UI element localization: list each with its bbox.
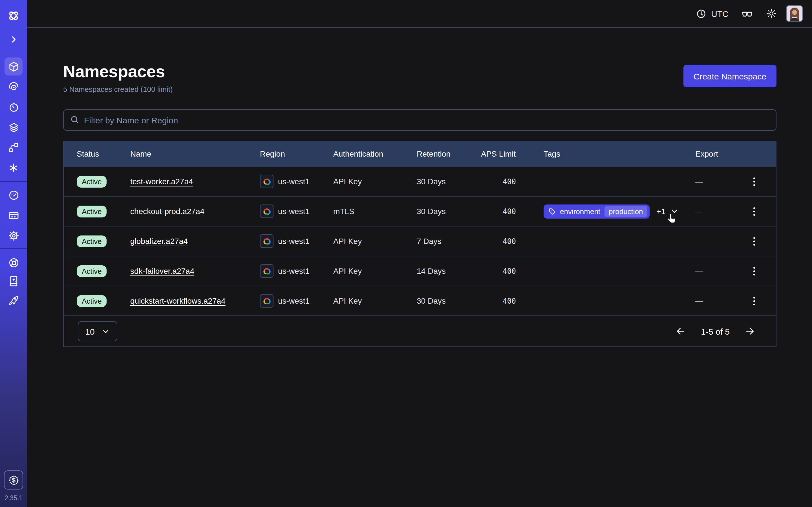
sidebar-item-support[interactable] — [4, 253, 22, 272]
app-root: 2.35.1 UTC — [0, 0, 812, 507]
retention-cell: 30 Days — [417, 296, 481, 305]
sidebar-item-namespaces[interactable] — [4, 57, 22, 75]
sidebar-expand-icon[interactable] — [4, 34, 22, 45]
prev-page-button[interactable] — [674, 325, 688, 338]
sidebar-item-docs[interactable] — [4, 272, 22, 290]
main-content: Namespaces 5 Namespaces created (100 lim… — [27, 27, 812, 507]
table-pagination: 10 1-5 of 5 — [64, 316, 776, 346]
auth-cell: mTLS — [333, 207, 417, 216]
tags-cell: environment production +1 — [516, 204, 663, 218]
retention-cell: 7 Days — [417, 237, 481, 245]
search-icon — [70, 115, 80, 124]
theme-sun-icon[interactable] — [766, 8, 777, 19]
export-cell: — — [663, 267, 732, 276]
export-cell: — — [663, 177, 732, 186]
chevron-down-icon — [101, 327, 110, 335]
gcp-cloud-icon — [260, 234, 273, 248]
tag-value: production — [604, 206, 647, 217]
region-label: us-west1 — [278, 177, 310, 186]
status-badge: Active — [77, 205, 107, 217]
sidebar-item-settings[interactable] — [4, 226, 22, 244]
pagination-range: 1-5 of 5 — [701, 327, 730, 336]
filter-input[interactable] — [63, 109, 776, 131]
sidebar-item-layers[interactable] — [4, 118, 22, 136]
row-menu-button[interactable] — [750, 263, 758, 279]
page-size-value: 10 — [85, 327, 94, 336]
status-badge: Active — [77, 235, 107, 247]
page-subtitle: 5 Namespaces created (100 limit) — [63, 85, 173, 94]
clock-icon — [696, 8, 707, 19]
sidebar-item-usage[interactable] — [4, 186, 22, 204]
timezone-selector[interactable]: UTC — [696, 8, 728, 19]
namespace-link[interactable]: globalizer.a27a4 — [130, 237, 188, 245]
page-title: Namespaces — [63, 62, 173, 81]
sidebar-item-radar[interactable] — [4, 78, 22, 96]
user-avatar[interactable] — [786, 5, 803, 22]
status-badge: Active — [77, 265, 107, 277]
status-badge: Active — [77, 295, 107, 307]
temporal-logo-icon[interactable] — [4, 7, 22, 25]
status-badge: Active — [77, 175, 107, 187]
row-menu-button[interactable] — [750, 233, 758, 249]
gcp-cloud-icon — [260, 175, 273, 188]
sidebar-item-batch[interactable] — [4, 159, 22, 177]
region-label: us-west1 — [278, 237, 310, 245]
namespace-link[interactable]: test-worker.a27a4 — [130, 177, 193, 186]
table-row: Active globalizer.a27a4 us-west1 API Key… — [64, 226, 776, 256]
aps-cell: 400 — [481, 297, 516, 305]
sidebar: 2.35.1 — [0, 0, 27, 507]
namespaces-table: Status Name Region Authentication Retent… — [63, 141, 776, 347]
gcp-cloud-icon — [260, 294, 273, 307]
auth-cell: API Key — [333, 296, 417, 305]
sidebar-item-nexus[interactable] — [4, 138, 22, 157]
row-menu-button[interactable] — [750, 204, 758, 219]
export-cell: — — [663, 237, 732, 245]
region-label: us-west1 — [278, 296, 310, 305]
tag-pill[interactable]: environment production — [544, 204, 650, 218]
table-header: Status Name Region Authentication Retent… — [64, 142, 776, 166]
table-row: Active sdk-failover.a27a4 us-west1 API K… — [64, 256, 776, 286]
retention-cell: 30 Days — [417, 177, 481, 186]
create-namespace-button[interactable]: Create Namespace — [683, 65, 776, 87]
aps-cell: 400 — [481, 207, 516, 216]
aps-cell: 400 — [481, 267, 516, 275]
aps-cell: 400 — [481, 177, 516, 186]
auth-cell: API Key — [333, 267, 417, 276]
export-cell: — — [663, 207, 732, 216]
auth-cell: API Key — [333, 237, 417, 245]
plan-dollar-icon[interactable] — [4, 470, 23, 490]
sidebar-item-getting-started[interactable] — [4, 291, 22, 309]
gcp-cloud-icon — [260, 264, 273, 278]
export-cell: — — [663, 296, 732, 305]
sidebar-item-billing[interactable] — [4, 206, 22, 224]
tag-key: environment — [560, 207, 600, 216]
topbar: UTC — [27, 0, 812, 27]
timezone-label: UTC — [711, 9, 728, 18]
app-version: 2.35.1 — [4, 495, 22, 501]
retention-cell: 30 Days — [417, 207, 481, 216]
namespace-link[interactable]: quickstart-workflows.a27a4 — [130, 296, 225, 305]
tag-icon — [549, 208, 556, 215]
row-menu-button[interactable] — [750, 293, 758, 308]
retention-cell: 14 Days — [417, 267, 481, 276]
namespace-link[interactable]: checkout-prod.a27a4 — [130, 207, 204, 216]
sidebar-item-schedules[interactable] — [4, 98, 22, 116]
aps-cell: 400 — [481, 237, 516, 245]
table-row: Active test-worker.a27a4 us-west1 API Ke… — [64, 166, 776, 196]
row-menu-button[interactable] — [750, 174, 758, 189]
next-page-button[interactable] — [743, 325, 757, 338]
namespace-link[interactable]: sdk-failover.a27a4 — [130, 267, 194, 276]
page-size-select[interactable]: 10 — [78, 321, 117, 341]
region-label: us-west1 — [278, 267, 310, 276]
region-label: us-west1 — [278, 207, 310, 216]
labs-glasses-icon[interactable] — [741, 7, 753, 20]
auth-cell: API Key — [333, 177, 417, 186]
table-row: Active quickstart-workflows.a27a4 us-wes… — [64, 286, 776, 316]
table-row: Active checkout-prod.a27a4 us-west1 mTLS… — [64, 196, 776, 226]
gcp-cloud-icon — [260, 205, 273, 218]
